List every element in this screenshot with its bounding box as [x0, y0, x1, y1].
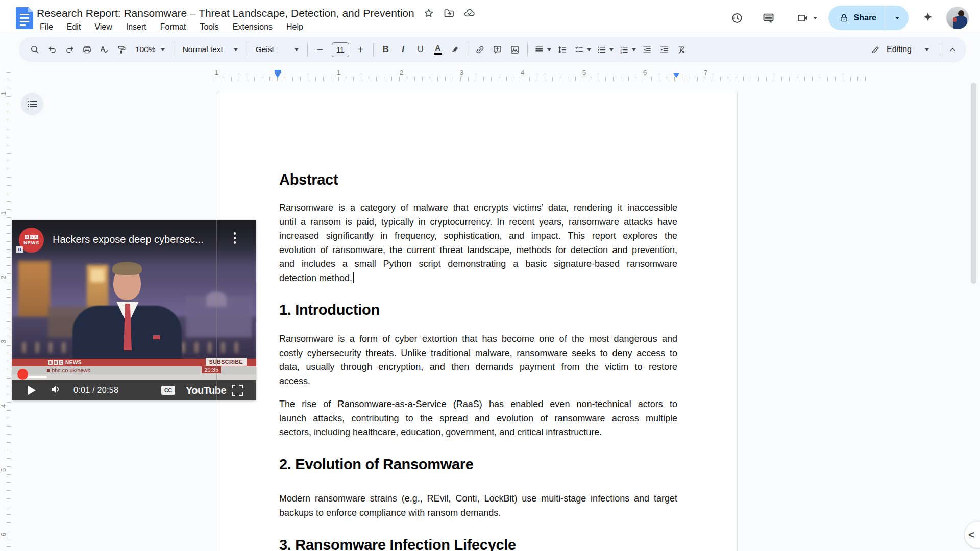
cloud-saved-icon[interactable] — [463, 7, 476, 19]
ruler-number: 6 — [643, 69, 647, 77]
paragraph[interactable]: Modern ransomware strains (e.g., REvil, … — [279, 492, 677, 520]
left-indent-marker[interactable] — [275, 73, 281, 78]
vertical-scrollbar[interactable] — [971, 83, 976, 284]
menu-help[interactable]: Help — [286, 22, 303, 32]
move-folder-icon[interactable] — [443, 7, 455, 19]
highlight-color-button[interactable] — [447, 41, 464, 58]
redo-icon[interactable] — [61, 41, 78, 58]
insert-link-icon[interactable] — [472, 41, 489, 58]
comments-icon[interactable] — [762, 11, 776, 25]
text-color-button[interactable]: A — [429, 41, 447, 58]
search-menus-icon[interactable] — [26, 41, 43, 58]
captions-button[interactable]: CC — [161, 386, 175, 395]
right-indent-marker[interactable] — [673, 73, 679, 78]
menu-format[interactable]: Format — [160, 22, 186, 32]
italic-button[interactable]: I — [395, 41, 412, 58]
toolbar-divider — [468, 43, 468, 56]
playhead-scrubber[interactable] — [17, 369, 28, 380]
decrease-font-size-icon[interactable]: − — [311, 41, 329, 58]
style-caret-icon — [234, 48, 238, 51]
paint-format-icon[interactable] — [113, 41, 130, 58]
bold-button[interactable]: B — [377, 41, 395, 58]
section-heading[interactable]: 3. Ransomware Infection Lifecycle — [279, 537, 677, 551]
paragraph-style-select[interactable]: Normal text — [178, 41, 243, 58]
youtube-video-player[interactable]: BBC NEWS Hackers expose deep cybersec...… — [12, 220, 256, 400]
decrease-indent-icon[interactable] — [639, 41, 656, 58]
fullscreen-button[interactable] — [232, 385, 243, 396]
undo-icon[interactable] — [43, 41, 61, 58]
youtube-logo[interactable]: YouTube — [186, 385, 226, 396]
clear-formatting-icon[interactable] — [673, 41, 691, 58]
collapse-toolbar-icon[interactable] — [944, 41, 961, 58]
underline-button[interactable]: U — [412, 41, 429, 58]
text-line[interactable]: and includes a small Python script demon… — [279, 257, 677, 271]
checklist-button[interactable] — [571, 41, 594, 58]
first-line-indent-marker[interactable] — [275, 70, 281, 73]
channel-name: NEWS — [23, 240, 39, 245]
text-line[interactable]: detection method. — [279, 271, 677, 286]
add-comment-icon[interactable] — [489, 41, 506, 58]
gemini-sparkle-icon[interactable] — [921, 11, 935, 25]
share-button[interactable]: Share — [828, 6, 886, 30]
text-line[interactable]: evolution of ransomware, the current thr… — [279, 243, 677, 258]
text-line[interactable]: The rise of Ransomware-as-a-Service (Raa… — [279, 397, 677, 412]
menu-tools[interactable]: Tools — [200, 22, 218, 32]
increase-font-size-icon[interactable]: + — [352, 41, 370, 58]
document-page[interactable]: Abstract Ransomware is a category of mal… — [217, 92, 738, 551]
document-title[interactable]: Research Report: Ransomware – Threat Lan… — [37, 7, 414, 19]
editing-mode-select[interactable]: Editing — [864, 40, 936, 59]
google-docs-logo[interactable] — [16, 7, 33, 29]
star-icon[interactable] — [423, 7, 435, 19]
ruler-ticks — [216, 77, 869, 81]
menu-extensions[interactable]: Extensions — [233, 22, 273, 32]
join-call-button[interactable] — [796, 11, 817, 25]
section-heading[interactable]: Abstract — [279, 171, 677, 188]
document-outline-button[interactable] — [21, 93, 43, 115]
text-line[interactable]: Modern ransomware strains (e.g., REvil, … — [279, 492, 677, 506]
text-line[interactable]: until a ransom is paid, typically in cry… — [279, 215, 677, 230]
zoom-select[interactable]: 100% — [130, 41, 170, 58]
numbered-list-button[interactable]: 123 — [616, 41, 639, 58]
menu-view[interactable]: View — [94, 22, 112, 32]
docs-logo-line — [20, 14, 29, 15]
share-options-button[interactable] — [886, 6, 909, 30]
text-line[interactable]: costly cybersecurity threats. Unlike tra… — [279, 346, 677, 361]
video-more-options-icon[interactable] — [234, 232, 236, 244]
menu-insert[interactable]: Insert — [126, 22, 146, 32]
paragraph[interactable]: Ransomware is a form of cyber extortion … — [279, 332, 677, 388]
increase-indent-icon[interactable] — [656, 41, 673, 58]
formatting-toolbar: 100% Normal text Geist − 11 + B I U A — [19, 37, 966, 62]
font-size-input[interactable]: 11 — [332, 42, 349, 57]
version-history-icon[interactable] — [730, 11, 744, 25]
text-line[interactable]: Ransomware is a category of malware that… — [279, 201, 677, 215]
side-panel-toggle-button[interactable]: < — [964, 521, 980, 548]
paragraph[interactable]: Ransomware is a category of malware that… — [279, 201, 677, 286]
font-select[interactable]: Geist — [251, 41, 304, 58]
text-line[interactable]: backups to enforce compliance with ranso… — [279, 506, 677, 520]
text-line[interactable]: Ransomware is a form of cyber extortion … — [279, 332, 677, 346]
video-title[interactable]: Hackers expose deep cybersec... — [53, 234, 204, 245]
ruler-number: 3 — [460, 69, 463, 77]
align-button[interactable] — [531, 41, 554, 58]
account-avatar[interactable] — [946, 7, 969, 29]
section-heading[interactable]: 1. Introduction — [279, 302, 677, 318]
menu-edit[interactable]: Edit — [67, 22, 81, 32]
text-line[interactable]: access. — [279, 374, 677, 389]
text-line[interactable]: sectors, including healthcare, education… — [279, 425, 677, 440]
text-line[interactable]: data, usually through encryption, and th… — [279, 360, 677, 374]
spell-check-icon[interactable] — [95, 41, 113, 58]
paragraph[interactable]: The rise of Ransomware-as-a-Service (Raa… — [279, 397, 677, 440]
insert-image-icon[interactable] — [506, 41, 524, 58]
text-line[interactable]: launch attacks, contributing to the spre… — [279, 412, 677, 426]
toolbar-divider — [527, 43, 528, 56]
text-line[interactable]: increased significantly in frequency, so… — [279, 229, 677, 243]
volume-button[interactable] — [50, 383, 62, 397]
section-heading[interactable]: 2. Evolution of Ransomware — [279, 456, 677, 473]
print-icon[interactable] — [78, 41, 95, 58]
menu-file[interactable]: File — [40, 22, 53, 32]
bulleted-list-button[interactable] — [594, 41, 616, 58]
line-spacing-icon[interactable] — [554, 41, 571, 58]
horizontal-ruler[interactable]: 1 1 2 3 4 5 6 7 — [15, 68, 980, 83]
play-button[interactable] — [28, 386, 36, 395]
ruler-number: 1 — [337, 69, 340, 77]
